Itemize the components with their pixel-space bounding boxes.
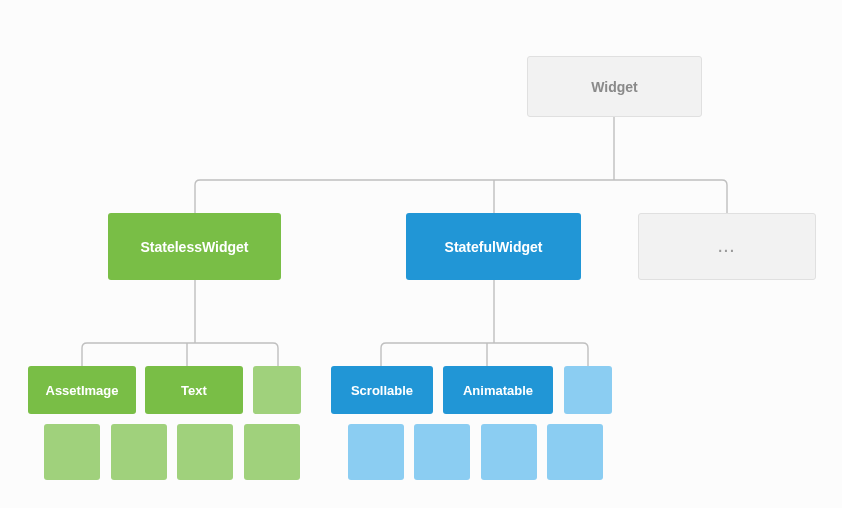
stateless-label: StatelessWidget bbox=[140, 239, 248, 255]
scrollable-label: Scrollable bbox=[351, 383, 413, 398]
asset-image-node: AssetImage bbox=[28, 366, 136, 414]
scrollable-node: Scrollable bbox=[331, 366, 433, 414]
widget-root-node: Widget bbox=[527, 56, 702, 117]
stateless-placeholder-5 bbox=[244, 424, 300, 480]
asset-image-label: AssetImage bbox=[46, 383, 119, 398]
text-label: Text bbox=[181, 383, 207, 398]
more-label: ... bbox=[718, 239, 736, 255]
stateful-placeholder-1 bbox=[564, 366, 612, 414]
stateful-placeholder-4 bbox=[481, 424, 537, 480]
animatable-node: Animatable bbox=[443, 366, 553, 414]
more-widgets-node: ... bbox=[638, 213, 816, 280]
animatable-label: Animatable bbox=[463, 383, 533, 398]
root-label: Widget bbox=[591, 79, 638, 95]
stateful-placeholder-5 bbox=[547, 424, 603, 480]
stateless-placeholder-3 bbox=[111, 424, 167, 480]
stateless-placeholder-1 bbox=[253, 366, 301, 414]
stateful-label: StatefulWidget bbox=[445, 239, 543, 255]
stateful-placeholder-3 bbox=[414, 424, 470, 480]
stateful-placeholder-2 bbox=[348, 424, 404, 480]
stateless-widget-node: StatelessWidget bbox=[108, 213, 281, 280]
text-node: Text bbox=[145, 366, 243, 414]
stateful-widget-node: StatefulWidget bbox=[406, 213, 581, 280]
stateless-placeholder-2 bbox=[44, 424, 100, 480]
stateless-placeholder-4 bbox=[177, 424, 233, 480]
